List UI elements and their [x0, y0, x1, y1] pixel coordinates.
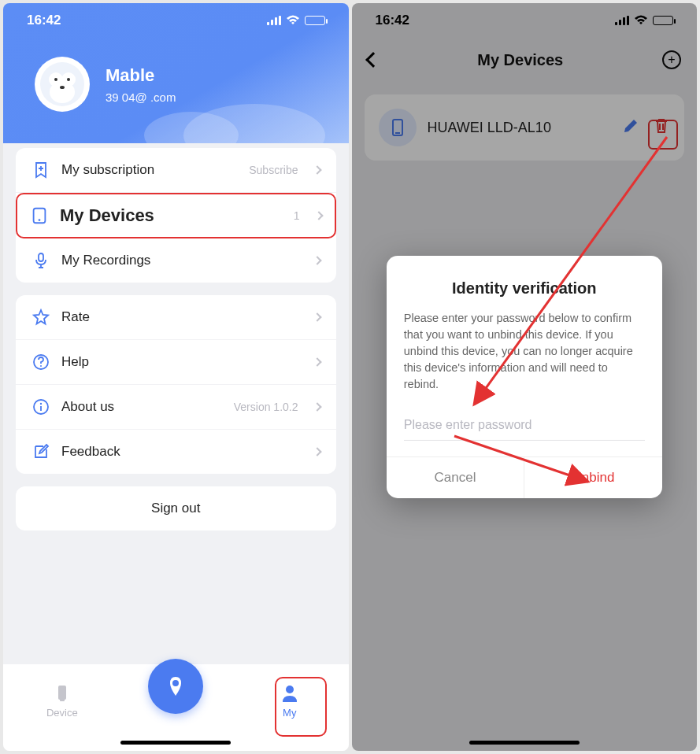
phone-icon [52, 683, 72, 704]
signout-button[interactable]: Sign out [16, 486, 336, 530]
dialog-message: Please enter your password below to conf… [404, 310, 645, 393]
profile-screen: 16:42 Mable 39 04@ .com [3, 3, 349, 751]
identity-dialog: Identity verification Please enter your … [387, 256, 662, 498]
devices-label: My Devices [60, 205, 283, 226]
subscription-action: Subscribe [249, 164, 298, 176]
status-bar: 16:42 [3, 3, 349, 38]
rate-label: Rate [61, 309, 303, 325]
row-subscription[interactable]: My subscription Subscribe [16, 148, 336, 193]
chevron-right-icon [313, 447, 321, 456]
about-version: Version 1.0.2 [234, 401, 298, 413]
annotation-box-my [275, 677, 327, 737]
password-placeholder: Please enter password [404, 418, 532, 431]
svg-point-8 [39, 219, 41, 221]
profile-email: 39 04@ .com [106, 91, 176, 104]
svg-point-16 [172, 680, 179, 686]
feedback-label: Feedback [61, 444, 303, 460]
tablet-icon [30, 206, 49, 225]
row-recordings[interactable]: My Recordings [16, 238, 336, 283]
edit-icon [31, 442, 50, 461]
about-label: About us [61, 399, 223, 415]
settings-content: My subscription Subscribe My Devices 1 M… [3, 135, 349, 664]
cancel-button[interactable]: Cancel [387, 457, 525, 498]
row-rate[interactable]: Rate [16, 295, 336, 340]
svg-rect-15 [60, 699, 65, 701]
password-input[interactable]: Please enter password [404, 410, 645, 441]
row-help[interactable]: Help [16, 340, 336, 385]
pin-icon [164, 675, 187, 698]
row-my-devices[interactable]: My Devices 1 [16, 193, 336, 238]
nav-device-label: Device [46, 707, 78, 719]
status-time: 16:42 [27, 13, 61, 28]
chevron-right-icon [313, 256, 321, 264]
svg-point-11 [40, 365, 42, 367]
card-2: Rate Help About us Version 1.0.2 [16, 295, 336, 474]
bottom-nav: Device My [3, 664, 349, 751]
subscription-label: My subscription [61, 162, 238, 178]
nav-device[interactable]: Device [31, 683, 94, 719]
svg-rect-14 [58, 686, 66, 700]
chevron-right-icon [313, 312, 321, 321]
devices-count: 1 [294, 209, 300, 222]
bookmark-plus-icon [31, 161, 50, 179]
star-icon [31, 308, 50, 327]
status-icons [267, 15, 325, 26]
battery-icon [305, 16, 325, 25]
unbind-button[interactable]: Unbind [524, 457, 662, 498]
microphone-icon [31, 251, 50, 270]
chevron-right-icon [313, 402, 321, 411]
chevron-right-icon [314, 211, 323, 220]
chevron-right-icon [313, 357, 321, 366]
card-1: My subscription Subscribe My Devices 1 M… [16, 148, 336, 283]
chevron-right-icon [313, 165, 321, 174]
help-icon [31, 353, 50, 371]
svg-point-13 [40, 403, 42, 405]
info-icon [31, 397, 50, 416]
svg-rect-9 [39, 253, 43, 261]
profile-header: 16:42 Mable 39 04@ .com [3, 3, 349, 143]
row-feedback[interactable]: Feedback [16, 430, 336, 474]
home-indicator [120, 741, 231, 745]
row-about[interactable]: About us Version 1.0.2 [16, 385, 336, 430]
help-label: Help [61, 354, 303, 370]
dialog-title: Identity verification [404, 279, 645, 298]
signal-icon [267, 16, 281, 25]
wifi-icon [286, 15, 300, 26]
locate-fab[interactable] [148, 659, 203, 714]
devices-screen: 16:42 My Devices + HUAWEI LLD-AL10 Ident [352, 3, 698, 751]
recordings-label: My Recordings [61, 253, 303, 268]
